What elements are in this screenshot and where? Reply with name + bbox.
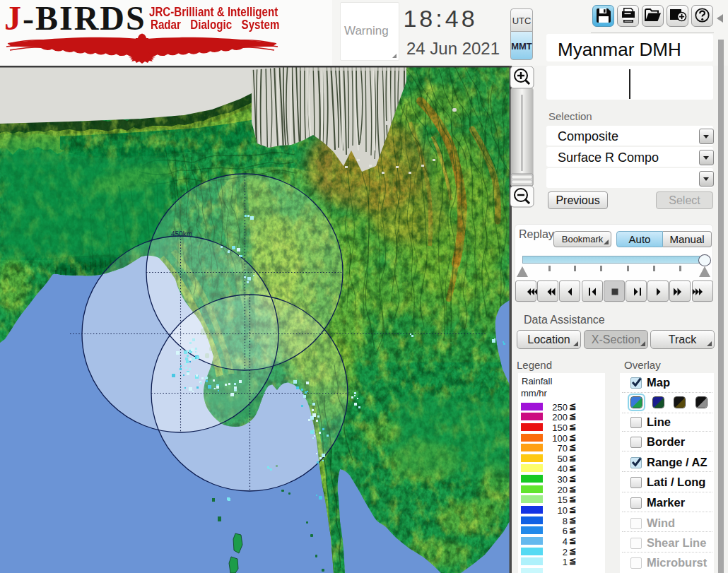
- svg-text:450km: 450km: [171, 230, 192, 238]
